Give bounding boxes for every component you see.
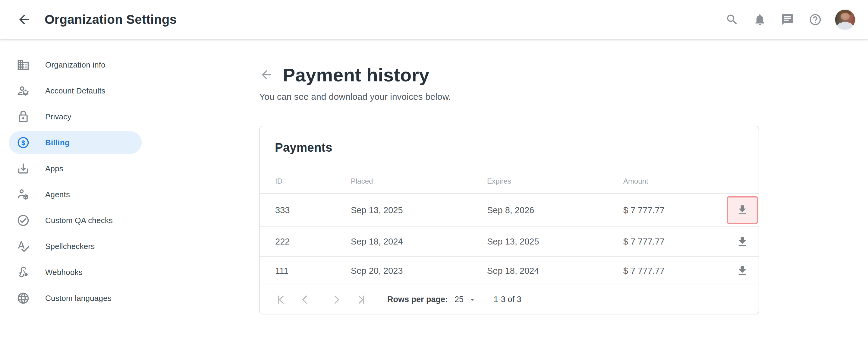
sidebar-item-label: Organization info: [45, 60, 105, 70]
page-title-row: Payment history: [259, 60, 868, 89]
cell-id: 333: [275, 205, 351, 215]
download-invoice-button[interactable]: [727, 196, 758, 224]
column-header-amount: Amount: [623, 177, 717, 185]
cell-amount: $ 7 777.77: [623, 205, 717, 215]
cell-actions: [717, 228, 758, 256]
download-icon: [736, 236, 749, 248]
page-back-arrow-icon[interactable]: [259, 68, 273, 82]
settings-sidebar: Organization info Account Defaults Priva…: [0, 39, 259, 313]
cell-expires: Sep 18, 2024: [487, 266, 623, 276]
sidebar-item-label: Custom languages: [45, 294, 112, 303]
column-header-id: ID: [275, 177, 351, 185]
payments-card: Payments ID Placed Expires Amount 333 Se…: [259, 126, 759, 314]
page-title: Payment history: [283, 64, 430, 86]
sidebar-item-privacy[interactable]: Privacy: [9, 105, 142, 128]
cell-placed: Sep 18, 2024: [351, 237, 487, 247]
sidebar-item-agents[interactable]: Agents: [9, 183, 142, 206]
cell-actions: [717, 257, 758, 285]
top-app-bar: Organization Settings: [0, 0, 868, 39]
dropdown-caret-icon[interactable]: [468, 295, 477, 304]
cell-amount: $ 7 777.77: [623, 237, 717, 247]
table-row: 111 Sep 20, 2023 Sep 18, 2024 $ 7 777.77: [260, 256, 758, 285]
sidebar-item-label: Apps: [45, 164, 63, 174]
download-invoice-button[interactable]: [727, 228, 758, 256]
avatar[interactable]: [835, 9, 856, 30]
previous-page-icon[interactable]: [299, 293, 312, 306]
svg-text:$: $: [22, 139, 25, 147]
page-subtitle: You can see and download your invoices b…: [259, 92, 868, 102]
sidebar-item-label: Billing: [45, 138, 70, 148]
person-gear-icon: [17, 84, 30, 97]
spellcheck-icon: [17, 240, 30, 253]
card-title: Payments: [275, 141, 333, 154]
sidebar-item-custom-qa-checks[interactable]: Custom QA checks: [9, 209, 142, 232]
back-arrow-icon[interactable]: [17, 12, 31, 27]
cell-placed: Sep 20, 2023: [351, 266, 487, 276]
sidebar-item-label: Privacy: [45, 112, 71, 122]
notifications-icon[interactable]: [753, 13, 767, 26]
cell-expires: Sep 8, 2026: [487, 205, 623, 215]
pagination-bar: Rows per page: 25 1-3 of 3: [260, 285, 758, 314]
cell-actions: [717, 196, 758, 224]
download-icon: [736, 264, 749, 277]
sidebar-item-label: Account Defaults: [45, 86, 105, 96]
cell-amount: $ 7 777.77: [623, 266, 717, 276]
sidebar-item-webhooks[interactable]: Webhooks: [9, 261, 142, 284]
sidebar-item-label: Webhooks: [45, 268, 83, 277]
cell-id: 222: [275, 237, 351, 247]
sidebar-item-spellcheckers[interactable]: Spellcheckers: [9, 235, 142, 258]
sidebar-item-label: Custom QA checks: [45, 216, 113, 225]
table-row: 222 Sep 18, 2024 Sep 13, 2025 $ 7 777.77: [260, 226, 758, 256]
sidebar-item-organization-info[interactable]: Organization info: [9, 53, 142, 76]
rows-per-page-label: Rows per page:: [387, 295, 448, 304]
table-header-row: ID Placed Expires Amount: [260, 169, 758, 193]
last-page-icon[interactable]: [354, 293, 367, 306]
pagination-range: 1-3 of 3: [494, 295, 521, 304]
cell-expires: Sep 13, 2025: [487, 237, 623, 247]
sidebar-item-apps[interactable]: Apps: [9, 157, 142, 180]
payment-history-section: Payment history You can see and download…: [259, 39, 868, 314]
sidebar-item-account-defaults[interactable]: Account Defaults: [9, 79, 142, 102]
card-title-row: Payments: [260, 126, 758, 169]
download-invoice-button[interactable]: [727, 257, 758, 285]
sidebar-item-label: Spellcheckers: [45, 242, 95, 251]
search-icon[interactable]: [725, 13, 739, 26]
organization-settings-page: Organization Settings Organization info …: [0, 0, 868, 344]
cell-placed: Sep 13, 2025: [351, 205, 487, 215]
table-row: 333 Sep 13, 2025 Sep 8, 2026 $ 7 777.77: [260, 193, 758, 226]
sidebar-item-custom-languages[interactable]: Custom languages: [9, 287, 142, 310]
rows-per-page-value[interactable]: 25: [455, 295, 464, 304]
check-circle-icon: [17, 214, 30, 227]
content-area: Organization info Account Defaults Priva…: [0, 39, 868, 314]
webhook-icon: [17, 265, 30, 279]
next-page-icon[interactable]: [330, 293, 343, 306]
dollar-circle-icon: $: [17, 136, 30, 149]
lock-icon: [17, 110, 30, 123]
help-icon[interactable]: [809, 13, 822, 26]
sidebar-item-billing[interactable]: $ Billing: [9, 131, 142, 154]
messages-icon[interactable]: [781, 13, 794, 26]
app-title: Organization Settings: [44, 12, 177, 27]
building-icon: [17, 58, 30, 71]
column-header-placed: Placed: [351, 177, 487, 185]
globe-icon: [17, 291, 30, 305]
download-tray-icon: [17, 162, 30, 175]
cell-id: 111: [275, 266, 351, 276]
person-cube-icon: [17, 188, 30, 201]
download-icon: [736, 204, 749, 216]
column-header-expires: Expires: [487, 177, 623, 185]
sidebar-item-label: Agents: [45, 190, 70, 199]
first-page-icon[interactable]: [275, 293, 288, 306]
